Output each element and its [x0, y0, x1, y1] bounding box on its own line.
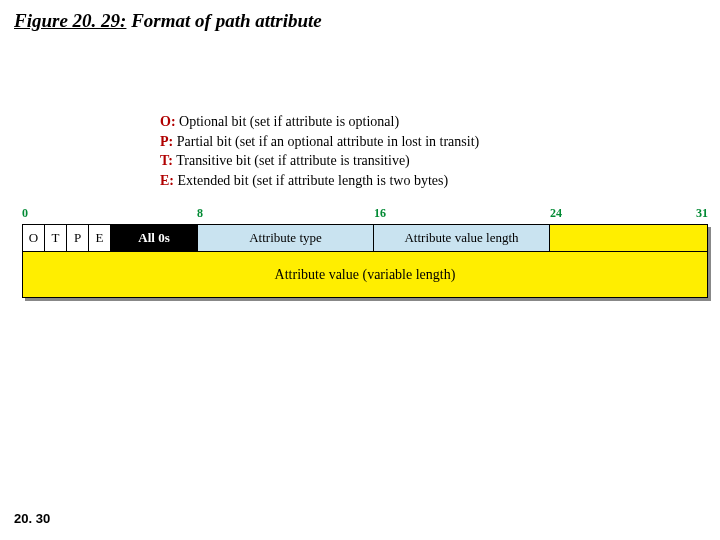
legend-row: T: Transitive bit (set if attribute is t…	[160, 151, 479, 171]
bit-label: 8	[197, 206, 203, 221]
packet-diagram: O T P E All 0s Attribute type Attribute …	[22, 224, 708, 298]
flag-o-cell: O	[23, 225, 45, 251]
bit-label: 16	[374, 206, 386, 221]
attr-len-cell: Attribute value length	[374, 225, 550, 251]
page-number: 20. 30	[14, 511, 50, 526]
legend-desc: Extended bit (set if attribute length is…	[178, 173, 449, 188]
legend-key: E:	[160, 173, 174, 188]
legend-desc: Transitive bit (set if attribute is tran…	[176, 153, 410, 168]
attr-value-label: Attribute value (variable length)	[275, 267, 456, 283]
flag-t-cell: T	[45, 225, 67, 251]
flag-p-cell: P	[67, 225, 89, 251]
legend-key: O:	[160, 114, 176, 129]
bit-scale: 0 8 16 24 31	[22, 206, 708, 224]
bit-label: 24	[550, 206, 562, 221]
figure-ref: Figure 20. 29:	[14, 10, 126, 31]
bit-label: 0	[22, 206, 28, 221]
value-row: Attribute value (variable length)	[23, 251, 707, 297]
legend-row: O: Optional bit (set if attribute is opt…	[160, 112, 479, 132]
header-row: O T P E All 0s Attribute type Attribute …	[23, 225, 707, 251]
legend-row: E: Extended bit (set if attribute length…	[160, 171, 479, 191]
legend-key: P:	[160, 134, 173, 149]
figure-caption: Format of path attribute	[131, 10, 322, 31]
flag-e-cell: E	[89, 225, 111, 251]
all-zeros-cell: All 0s	[111, 225, 198, 251]
legend-key: T:	[160, 153, 173, 168]
bit-label: 31	[696, 206, 708, 221]
figure-title: Figure 20. 29: Format of path attribute	[14, 10, 322, 32]
legend-desc: Partial bit (set if an optional attribut…	[177, 134, 480, 149]
flag-legend: O: Optional bit (set if attribute is opt…	[160, 112, 479, 190]
spacer-cell	[550, 225, 707, 251]
legend-desc: Optional bit (set if attribute is option…	[179, 114, 399, 129]
attr-type-cell: Attribute type	[198, 225, 374, 251]
legend-row: P: Partial bit (set if an optional attri…	[160, 132, 479, 152]
